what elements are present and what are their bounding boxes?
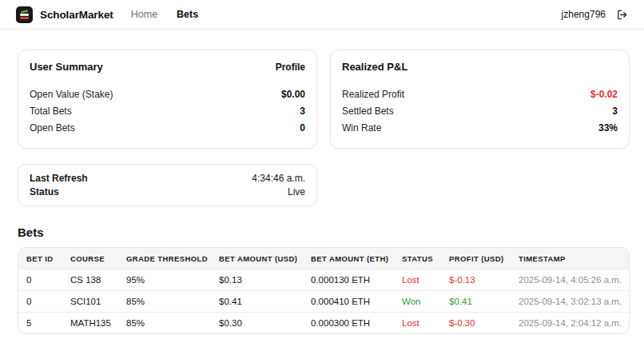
- last-refresh-label: Last Refresh: [30, 173, 88, 184]
- status-label: Status: [30, 186, 59, 197]
- stat-total-bets: Total Bets 3: [30, 102, 305, 119]
- user-summary-card: User Summary Profile Open Value (Stake) …: [18, 50, 317, 149]
- stat-win-rate: Win Rate 33%: [342, 119, 618, 136]
- top-navigation-bar: ScholarMarket Home Bets jzheng796: [0, 0, 644, 30]
- realized-pnl-title: Realized P&L: [342, 61, 407, 73]
- stat-open-bets: Open Bets 0: [30, 119, 305, 136]
- main-content: User Summary Profile Open Value (Stake) …: [0, 30, 644, 334]
- col-status: STATUS: [394, 248, 441, 269]
- col-profit-usd: PROFIT (USD): [441, 248, 511, 269]
- cell-bet-amount-usd: $0.41: [211, 291, 303, 313]
- col-timestamp: TIMESTAMP: [511, 248, 629, 269]
- main-nav: Home Bets: [131, 9, 198, 20]
- cell-course: MATH135: [62, 313, 118, 334]
- bet-row: 0 SCI101 85% $0.41 0.000410 ETH Won $0.4…: [18, 291, 629, 313]
- cell-bet-amount-usd: $0.13: [211, 269, 303, 291]
- stat-value: 3: [612, 106, 618, 117]
- stat-label: Realized Profit: [342, 89, 404, 100]
- cell-timestamp: 2025-09-14, 4:05:26 a.m.: [511, 269, 629, 291]
- cell-profit: $-0.13: [441, 269, 511, 291]
- bets-section-title: Bets: [18, 225, 630, 239]
- nav-item-home[interactable]: Home: [131, 9, 157, 20]
- status-badge: Live: [288, 186, 305, 197]
- status-row: Status Live: [30, 185, 305, 198]
- nav-item-bets[interactable]: Bets: [177, 9, 198, 20]
- stat-value: 3: [300, 106, 305, 117]
- refresh-status-card: Last Refresh 4:34:46 a.m. Status Live: [18, 164, 317, 206]
- col-bet-amount-eth: BET AMOUNT (ETH): [303, 248, 394, 269]
- cell-bet-id: 0: [18, 291, 62, 313]
- stat-label: Open Bets: [30, 122, 75, 134]
- cell-profit: $-0.30: [441, 313, 511, 334]
- realized-pnl-card: Realized P&L Realized Profit $-0.02 Sett…: [330, 50, 630, 149]
- stat-label: Open Value (Stake): [30, 89, 113, 100]
- stat-realized-profit: Realized Profit $-0.02: [342, 86, 618, 102]
- col-bet-id: BET ID: [18, 248, 62, 269]
- stat-value-negative: $-0.02: [590, 89, 618, 100]
- stat-value: 33%: [598, 122, 618, 134]
- bets-table: BET ID COURSE GRADE THRESHOLD BET AMOUNT…: [18, 247, 630, 334]
- col-bet-amount-usd: BET AMOUNT (USD): [211, 248, 303, 269]
- cell-bet-amount-eth: 0.000300 ETH: [303, 313, 394, 334]
- stat-label: Total Bets: [30, 106, 72, 117]
- profile-label: Profile: [276, 62, 305, 73]
- stat-value: 0: [300, 122, 305, 134]
- cell-grade-threshold: 85%: [118, 313, 211, 334]
- cell-timestamp: 2025-09-14, 3:02:13 a.m.: [511, 291, 629, 313]
- stat-settled-bets: Settled Bets 3: [342, 102, 618, 119]
- last-refresh-value: 4:34:46 a.m.: [252, 173, 305, 184]
- logout-icon: [616, 9, 628, 21]
- bet-row: 5 MATH135 85% $0.30 0.000300 ETH Lost $-…: [18, 313, 629, 334]
- cell-bet-amount-usd: $0.30: [211, 313, 303, 334]
- table-header-row: BET ID COURSE GRADE THRESHOLD BET AMOUNT…: [18, 248, 629, 269]
- cell-course: CS 138: [62, 269, 118, 291]
- stat-open-value: Open Value (Stake) $0.00: [30, 86, 305, 102]
- cell-status: Lost: [394, 313, 441, 334]
- cell-profit: $0.41: [441, 291, 511, 313]
- cell-bet-id: 5: [18, 313, 62, 334]
- user-summary-title: User Summary: [30, 61, 103, 73]
- brand-name: ScholarMarket: [40, 9, 113, 21]
- bet-row: 0 CS 138 95% $0.13 0.000130 ETH Lost $-0…: [18, 269, 629, 291]
- stat-label: Settled Bets: [342, 106, 394, 117]
- scholarmarket-logo: [16, 6, 33, 23]
- cell-timestamp: 2025-09-14, 2:04:12 a.m.: [511, 313, 629, 334]
- last-refresh-row: Last Refresh 4:34:46 a.m.: [30, 171, 305, 185]
- col-grade-threshold: GRADE THRESHOLD: [118, 248, 211, 269]
- logout-button[interactable]: [616, 9, 628, 21]
- cell-grade-threshold: 95%: [118, 269, 211, 291]
- stat-value: $0.00: [281, 89, 305, 100]
- cell-status: Won: [394, 291, 441, 313]
- username-label: jzheng796: [562, 9, 606, 20]
- cell-bet-amount-eth: 0.000130 ETH: [303, 269, 394, 291]
- cell-bet-amount-eth: 0.000410 ETH: [303, 291, 394, 313]
- books-logo-icon: [21, 10, 28, 14]
- cell-course: SCI101: [62, 291, 118, 313]
- cell-bet-id: 0: [18, 269, 62, 291]
- col-course: COURSE: [62, 248, 118, 269]
- cell-grade-threshold: 85%: [118, 291, 211, 313]
- cell-status: Lost: [394, 269, 441, 291]
- stat-label: Win Rate: [342, 122, 381, 134]
